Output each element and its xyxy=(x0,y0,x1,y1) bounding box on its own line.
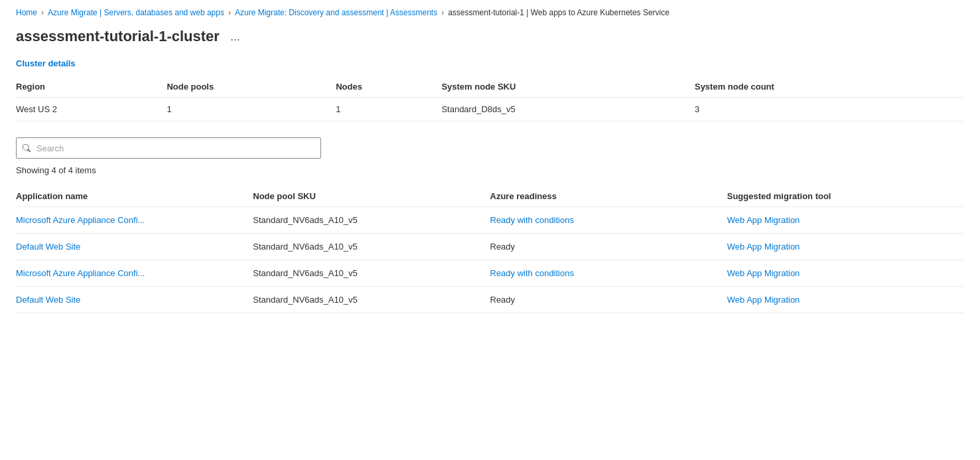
breadcrumb-current: assessment-tutorial-1 | Web apps to Azur… xyxy=(448,8,669,17)
readiness-link[interactable]: Ready with conditions xyxy=(490,215,574,225)
table-row: Microsoft Azure Appliance Confi...Standa… xyxy=(16,260,964,287)
apps-col-header-readiness: Azure readiness xyxy=(490,186,727,207)
migration-tool[interactable]: Web App Migration xyxy=(727,260,964,287)
ellipsis-button[interactable]: ... xyxy=(226,29,244,45)
breadcrumb-sep-2: › xyxy=(228,8,231,17)
node-pool-sku: Standard_NV6ads_A10_v5 xyxy=(253,260,490,287)
app-name-link[interactable]: Microsoft Azure Appliance Confi... xyxy=(16,268,145,278)
azure-readiness[interactable]: Ready with conditions xyxy=(490,207,727,234)
breadcrumb-servers[interactable]: Azure Migrate | Servers, databases and w… xyxy=(48,8,224,17)
cluster-details-row: West US 2 1 1 Standard_D8ds_v5 3 xyxy=(16,98,964,121)
cluster-details-section: Cluster details Region Node pools Nodes … xyxy=(16,58,964,121)
migration-tool-link[interactable]: Web App Migration xyxy=(727,268,800,278)
page-title-row: assessment-tutorial-1-cluster ... xyxy=(16,23,964,58)
breadcrumb-home[interactable]: Home xyxy=(16,8,37,17)
cluster-details-table: Region Node pools Nodes System node SKU … xyxy=(16,76,964,121)
breadcrumb-assessments[interactable]: Azure Migrate: Discovery and assessment … xyxy=(235,8,437,17)
col-header-nodes: Nodes xyxy=(336,76,441,98)
apps-table: Application name Node pool SKU Azure rea… xyxy=(16,186,964,313)
col-header-system-node-sku: System node SKU xyxy=(441,76,695,98)
azure-readiness: Ready xyxy=(490,234,727,260)
cluster-nodes: 1 xyxy=(336,98,441,121)
table-row: Default Web SiteStandard_NV6ads_A10_v5Re… xyxy=(16,234,964,260)
cluster-details-title[interactable]: Cluster details xyxy=(16,58,964,68)
azure-readiness: Ready xyxy=(490,287,727,313)
search-box[interactable] xyxy=(16,137,321,159)
azure-readiness[interactable]: Ready with conditions xyxy=(490,260,727,287)
app-name-link[interactable]: Default Web Site xyxy=(16,295,80,305)
breadcrumb: Home › Azure Migrate | Servers, database… xyxy=(16,0,964,23)
migration-tool[interactable]: Web App Migration xyxy=(727,287,964,313)
cluster-system-node-sku: Standard_D8ds_v5 xyxy=(441,98,695,121)
migration-tool-link[interactable]: Web App Migration xyxy=(727,242,800,252)
readiness-link[interactable]: Ready with conditions xyxy=(490,268,574,278)
cluster-node-pools: 1 xyxy=(167,98,336,121)
app-name-link[interactable]: Default Web Site xyxy=(16,242,80,252)
breadcrumb-sep-3: › xyxy=(441,8,444,17)
app-name-link[interactable]: Microsoft Azure Appliance Confi... xyxy=(16,215,145,225)
breadcrumb-sep-1: › xyxy=(41,8,44,17)
search-input[interactable] xyxy=(36,143,315,153)
node-pool-sku: Standard_NV6ads_A10_v5 xyxy=(253,207,490,234)
table-row: Default Web SiteStandard_NV6ads_A10_v5Re… xyxy=(16,287,964,313)
search-icon xyxy=(22,143,31,153)
migration-tool[interactable]: Web App Migration xyxy=(727,234,964,260)
cluster-system-node-count: 3 xyxy=(695,98,964,121)
apps-col-header-migration: Suggested migration tool xyxy=(727,186,964,207)
node-pool-sku: Standard_NV6ads_A10_v5 xyxy=(253,234,490,260)
apps-col-header-name: Application name xyxy=(16,186,253,207)
col-header-node-pools: Node pools xyxy=(167,76,336,98)
migration-tool-link[interactable]: Web App Migration xyxy=(727,295,800,305)
showing-text: Showing 4 of 4 items xyxy=(16,165,964,175)
migration-tool[interactable]: Web App Migration xyxy=(727,207,964,234)
col-header-region: Region xyxy=(16,76,167,98)
apps-col-header-pool-sku: Node pool SKU xyxy=(253,186,490,207)
node-pool-sku: Standard_NV6ads_A10_v5 xyxy=(253,287,490,313)
page-title: assessment-tutorial-1-cluster xyxy=(16,28,220,45)
col-header-system-node-count: System node count xyxy=(695,76,964,98)
cluster-region: West US 2 xyxy=(16,98,167,121)
migration-tool-link[interactable]: Web App Migration xyxy=(727,215,800,225)
table-row: Microsoft Azure Appliance Confi...Standa… xyxy=(16,207,964,234)
